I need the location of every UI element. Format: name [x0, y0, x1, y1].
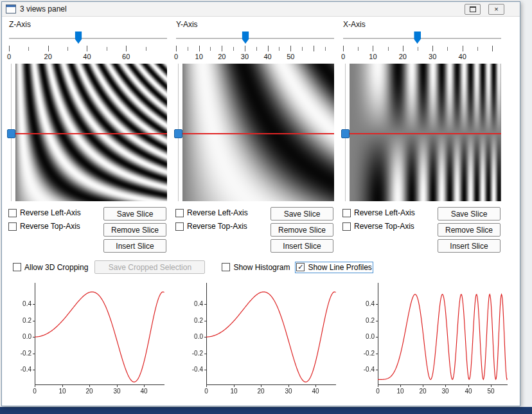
ruler-tick — [245, 46, 245, 51]
window-content: Z-Axis 0204060 — [2, 17, 520, 402]
app-window: 3 views panel × Z-Axis 0204060 — [1, 1, 520, 406]
insert-slice-button[interactable]: Insert Slice — [103, 239, 166, 253]
global-options-row: Allow 3D Cropping Save Cropped Selection… — [13, 260, 513, 274]
slider-thumb[interactable] — [75, 32, 82, 44]
slider-thumb[interactable] — [414, 32, 421, 44]
ruler-tick — [373, 46, 373, 51]
remove-slice-button[interactable]: Remove Slice — [270, 223, 333, 237]
z-slice-controls: Reverse Left-Axis Reverse Top-Axis Save … — [8, 207, 168, 253]
checkbox-box — [342, 209, 351, 217]
ruler-tick-label: 0 — [174, 53, 178, 60]
ruler-tick-label: 40 — [459, 53, 466, 60]
minimize-button[interactable] — [465, 4, 481, 15]
x-top-axis-ruler: 010203040 — [343, 46, 501, 62]
ruler-tick — [126, 46, 127, 51]
ruler-tick-label: 50 — [287, 53, 294, 60]
ruler-tick — [358, 47, 359, 51]
z-axis-title: Z-Axis — [9, 20, 168, 29]
y-top-axis-ruler: 01020304050 — [176, 46, 334, 62]
line-position-track[interactable] — [8, 64, 15, 201]
y-axis-panel: Y-Axis 01020304050 — [175, 19, 335, 253]
ruler-tick-label: 10 — [195, 53, 203, 60]
remove-slice-button[interactable]: Remove Slice — [103, 223, 166, 237]
checkbox-label: Reverse Top-Axis — [187, 222, 247, 231]
checkbox-box — [175, 209, 184, 217]
x-slice-viewport — [342, 64, 502, 201]
close-button[interactable]: × — [488, 4, 504, 15]
remove-slice-button[interactable]: Remove Slice — [438, 223, 501, 237]
z-slice-image[interactable] — [15, 64, 167, 201]
show-line-profiles-checkbox[interactable]: ✓ Show Line Profiles — [296, 263, 371, 272]
line-position-grip[interactable] — [174, 129, 182, 138]
profile-line-indicator[interactable] — [15, 133, 167, 134]
minimize-icon — [470, 6, 476, 12]
reverse-top-axis-checkbox[interactable]: Reverse Top-Axis — [175, 222, 248, 231]
taskbar-strip — [0, 407, 532, 414]
ruler-tick — [67, 47, 68, 51]
z-line-profile-plot — [10, 278, 168, 400]
insert-slice-button[interactable]: Insert Slice — [438, 239, 501, 253]
slider-groove — [9, 38, 167, 39]
x-slice-image[interactable] — [350, 64, 501, 201]
reverse-left-axis-checkbox[interactable]: Reverse Left-Axis — [342, 208, 415, 217]
y-slice-image[interactable] — [182, 64, 334, 201]
checkbox-label: Reverse Top-Axis — [20, 222, 80, 231]
profile-line-indicator[interactable] — [182, 133, 334, 134]
show-histogram-checkbox[interactable]: Show Histogram — [222, 263, 290, 272]
checkbox-label: Reverse Top-Axis — [354, 222, 414, 231]
line-position-grip[interactable] — [7, 129, 15, 138]
checkbox-box — [222, 263, 230, 271]
ruler-tick — [176, 46, 177, 51]
checkbox-label: Show Line Profiles — [308, 263, 371, 272]
reverse-left-axis-checkbox[interactable]: Reverse Left-Axis — [8, 208, 81, 217]
checkbox-box-checked: ✓ — [296, 263, 305, 271]
line-position-track[interactable] — [342, 64, 350, 201]
window-titlebar[interactable]: 3 views panel × — [2, 2, 520, 17]
z-slice-image-wrap — [15, 64, 167, 201]
z-slice-slider[interactable] — [8, 31, 168, 45]
ruler-tick — [290, 46, 291, 51]
ruler-tick-label: 0 — [7, 53, 11, 60]
close-icon: × — [494, 6, 498, 13]
save-slice-button[interactable]: Save Slice — [103, 207, 166, 221]
slider-groove — [343, 38, 501, 39]
save-slice-button[interactable]: Save Slice — [270, 207, 333, 221]
reverse-left-axis-checkbox[interactable]: Reverse Left-Axis — [175, 208, 248, 217]
y-line-profile-plot — [182, 278, 340, 400]
y-axis-title: Y-Axis — [176, 20, 335, 29]
ruler-tick — [107, 47, 107, 51]
ruler-tick — [477, 47, 478, 51]
ruler-tick — [48, 46, 49, 51]
z-axis-panel: Z-Axis 0204060 — [8, 19, 168, 253]
ruler-tick — [388, 47, 389, 51]
ruler-tick — [343, 46, 344, 51]
checkbox-label: Reverse Left-Axis — [20, 208, 81, 217]
checkbox-box — [175, 222, 184, 231]
save-cropped-selection-button[interactable]: Save Cropped Selection — [94, 260, 205, 274]
allow-3d-cropping-checkbox[interactable]: Allow 3D Cropping — [13, 263, 88, 272]
ruler-tick — [256, 47, 257, 51]
ruler-tick-label: 0 — [341, 53, 345, 60]
y-slice-viewport — [175, 64, 335, 201]
save-slice-button[interactable]: Save Slice — [438, 207, 501, 221]
x-slice-slider[interactable] — [342, 31, 502, 45]
line-position-grip[interactable] — [341, 129, 350, 138]
window-icon — [6, 4, 16, 14]
slider-thumb[interactable] — [242, 32, 249, 44]
z-top-axis-ruler: 0204060 — [9, 46, 167, 62]
y-slice-controls: Reverse Left-Axis Reverse Top-Axis Save … — [175, 207, 335, 253]
y-slice-slider[interactable] — [175, 31, 335, 45]
line-position-track[interactable] — [175, 64, 182, 201]
ruler-tick — [314, 46, 314, 51]
reverse-top-axis-checkbox[interactable]: Reverse Top-Axis — [342, 222, 415, 231]
profile-line-indicator[interactable] — [350, 133, 501, 134]
x-slice-controls: Reverse Left-Axis Reverse Top-Axis Save … — [342, 207, 502, 253]
ruler-tick — [302, 47, 303, 51]
reverse-top-axis-checkbox[interactable]: Reverse Top-Axis — [8, 222, 81, 231]
checkbox-label: Reverse Left-Axis — [187, 208, 248, 217]
ruler-tick-label: 40 — [263, 53, 271, 60]
insert-slice-button[interactable]: Insert Slice — [270, 239, 333, 253]
ruler-tick-label: 20 — [44, 53, 52, 60]
ruler-tick — [87, 46, 87, 51]
ruler-tick — [210, 47, 211, 51]
